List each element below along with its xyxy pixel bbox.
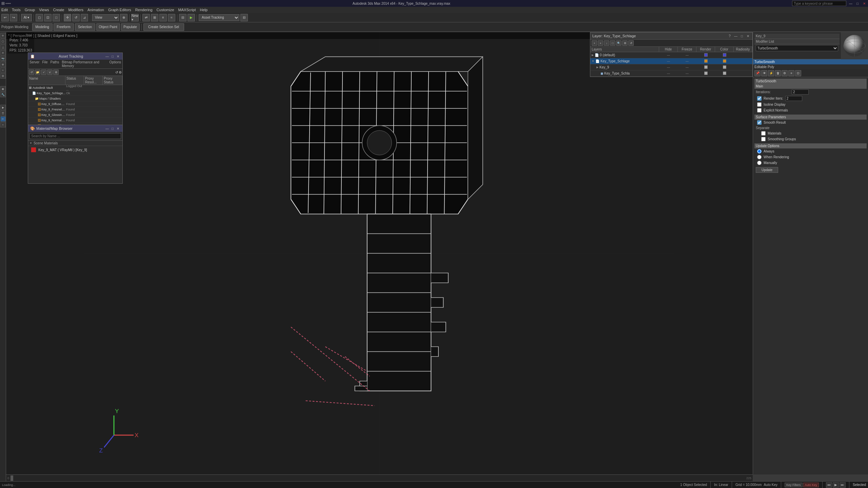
selection-tab[interactable]: Selection [75, 23, 95, 31]
at-row-vault[interactable]: 🏛 Autodesk Vault Logged Out ... [28, 85, 122, 90]
layer-render-3[interactable] [696, 72, 715, 76]
helpers-tool[interactable]: ⊕ [0, 62, 6, 67]
mb-scene-materials-header[interactable]: ▼ Scene Materials [28, 141, 122, 146]
mod-editable-poly[interactable]: Editable Poly [753, 64, 868, 69]
search-input[interactable] [792, 1, 846, 6]
ts-always-radio[interactable] [757, 149, 762, 154]
ts-isosurf-check[interactable] [757, 102, 762, 107]
layer-row-schla[interactable]: ◼ Key_Type_Schla — — [590, 70, 752, 77]
key-filters-btn[interactable]: Key Filters [785, 483, 803, 487]
rotate-btn[interactable]: ↺ [72, 14, 80, 21]
ts-render-iters-input[interactable] [785, 96, 802, 101]
layer-btn[interactable]: ≡ [159, 14, 167, 21]
minimize-btn[interactable]: — [848, 1, 853, 6]
layer-row-schlage[interactable]: ▼ 📄 Key_Type_Schlage — — [590, 58, 752, 64]
modify-tool[interactable]: ✏ [0, 116, 6, 122]
layer-color-3[interactable] [715, 72, 734, 76]
utilities-tool[interactable]: 🔧 [0, 92, 6, 97]
light-tool[interactable]: ☀ [0, 50, 6, 56]
at-row-glossin[interactable]: 🖼 Key_9_Glossin.... Found [28, 112, 122, 118]
at-menu-options[interactable]: Options [110, 60, 121, 68]
close-btn[interactable]: ✕ [862, 1, 867, 6]
ts-main-header[interactable]: TurboSmooth [754, 79, 867, 84]
systems-tool[interactable]: ⚙ [0, 73, 6, 79]
at-close[interactable]: ✕ [116, 54, 120, 59]
select-region-btn[interactable]: ⊡ [44, 14, 52, 21]
show-result-btn[interactable]: 👁 [761, 70, 767, 76]
ts-iterations-input[interactable] [792, 89, 809, 95]
create-sel-btn[interactable]: Create Selection Sel [143, 23, 184, 31]
layer-close-btn[interactable]: ✕ [746, 34, 750, 38]
at-vault-btn[interactable]: V [47, 69, 53, 75]
layer-render-0[interactable] [696, 53, 715, 57]
layer-restore-btn[interactable]: □ [739, 34, 744, 38]
play-btn[interactable]: ▶ [833, 482, 839, 488]
layer-render-2[interactable] [696, 65, 715, 69]
at-row-diffuse[interactable]: 🖼 Key_9_Diffuse.... Found [28, 101, 122, 107]
at-menu-bitmap[interactable]: Bitmap Performance and Memory [62, 60, 106, 68]
make-unique-btn[interactable]: ⚡ [768, 70, 774, 76]
layer-settings-btn[interactable]: ⚙ [622, 40, 628, 46]
object-paint-tab[interactable]: Object Paint [96, 23, 120, 31]
layer-delete-btn[interactable]: × [598, 40, 603, 46]
layer-color-2[interactable] [715, 65, 734, 69]
menu-group[interactable]: Group [25, 8, 35, 12]
pivot-btn[interactable]: ⊕ [120, 14, 127, 21]
geometry-tool[interactable]: △ [0, 44, 6, 50]
modeling-tab[interactable]: Modeling [32, 23, 53, 31]
at-menu-server[interactable]: Server [29, 60, 39, 68]
redo-btn[interactable]: ↪ [10, 14, 17, 21]
pin-stack-btn[interactable]: 📌 [754, 70, 761, 76]
auto-key-btn[interactable]: Auto Key [803, 483, 819, 487]
remove-mod-btn[interactable]: 🗑 [775, 70, 781, 76]
layer-color-1[interactable] [715, 59, 734, 63]
at-path-btn[interactable]: 📁 [35, 69, 40, 75]
layer-new-btn[interactable]: + [592, 40, 597, 46]
curve-editor-btn[interactable]: ≈ [168, 14, 175, 21]
config-mod-btn[interactable]: ⚙ [782, 70, 788, 76]
shape-tool[interactable]: ⬡ [0, 39, 6, 44]
layer-hide-0[interactable]: — [659, 54, 678, 57]
ts-update-header[interactable]: Update Options [754, 143, 867, 148]
at-minimize[interactable]: — [105, 54, 110, 59]
scale-btn[interactable]: ⊿ [81, 14, 88, 21]
mirror-btn[interactable]: ⇌ [142, 14, 150, 21]
prev-frame-btn[interactable]: ⏮ [826, 482, 832, 488]
maximize-btn[interactable]: □ [855, 1, 860, 6]
display-tool[interactable]: ◉ [0, 86, 6, 92]
select-window-btn[interactable]: □ [53, 14, 60, 21]
mb-minimize[interactable]: — [105, 126, 110, 131]
menu-rendering[interactable]: Rendering [135, 8, 153, 12]
modifier-dropdown[interactable]: TurboSmooth Editable Poly [756, 45, 838, 51]
menu-maxscript[interactable]: MAXScript [178, 8, 196, 12]
layer-hide-3[interactable]: — [659, 72, 678, 75]
viewport-layout-select[interactable]: Asset Tracking [199, 14, 239, 21]
create-tool[interactable]: + [0, 122, 6, 127]
reference-coord-select[interactable]: ViewWorldLocal [92, 14, 119, 21]
menu-tools[interactable]: Tools [12, 8, 21, 12]
menu-create[interactable]: Create [53, 8, 64, 12]
menu-graph-editors[interactable]: Graph Editors [108, 8, 131, 12]
mb-close[interactable]: ✕ [116, 126, 120, 131]
ts-surface-header[interactable]: Surface Parameters [754, 115, 867, 120]
layer-render-1[interactable] [696, 59, 715, 63]
undo-btn[interactable]: ↩ [1, 14, 9, 21]
render-btn[interactable]: ▶ [188, 14, 195, 21]
timeline-thumb[interactable] [11, 475, 13, 481]
at-row-normal[interactable]: 🖼 Key_9_Normal.... Found [28, 118, 122, 123]
camera-tool[interactable]: 📷 [0, 56, 6, 61]
layer-select-btn[interactable]: □ [610, 40, 615, 46]
select-filter-btn[interactable]: New ▾ [131, 14, 139, 21]
menu-animation[interactable]: Animation [87, 8, 104, 12]
ts-materials-check[interactable] [761, 131, 766, 136]
layer-help-btn[interactable]: ? [727, 34, 732, 38]
at-resolve-btn[interactable]: ✓ [41, 69, 46, 75]
ts-explicit-normals-check[interactable] [757, 108, 762, 113]
menu-help[interactable]: Help [200, 8, 208, 12]
mod-turbsmooth[interactable]: TurboSmooth [753, 59, 868, 64]
at-config-icon[interactable]: ⚙ [119, 70, 122, 74]
layer-color-0[interactable] [715, 53, 734, 57]
layer-hide-1[interactable]: — [659, 60, 678, 63]
ts-update-btn[interactable]: Update [756, 167, 778, 173]
layer-freeze-0[interactable]: — [678, 54, 696, 57]
